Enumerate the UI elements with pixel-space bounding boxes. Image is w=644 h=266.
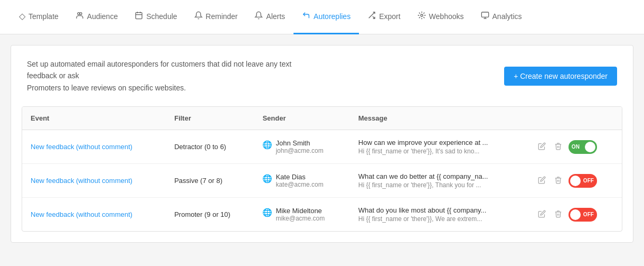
cell-sender: 🌐 Kate Dias kate@acme.com [254, 164, 349, 198]
message-preview: Hi {{ first_name or 'there'}}, It's sad … [358, 148, 519, 155]
nav-alerts[interactable]: Alerts [246, 0, 293, 34]
nav-template[interactable]: ◇ Template [11, 0, 67, 34]
nav-autoreplies-label: Autoreplies [314, 12, 351, 21]
message-preview: Hi {{ first_name or 'there'}}, Thank you… [358, 181, 519, 189]
table-row: New feedback (without comment) Passive (… [22, 164, 622, 198]
event-link[interactable]: New feedback (without comment) [31, 143, 132, 151]
event-link[interactable]: New feedback (without comment) [31, 177, 132, 185]
cell-filter: Passive (7 or 8) [166, 164, 254, 198]
col-message: Message [350, 107, 527, 130]
status-toggle[interactable]: OFF [569, 174, 597, 188]
sender-email: john@acme.com [276, 147, 323, 154]
webhooks-icon [418, 11, 426, 22]
svg-point-1 [80, 12, 82, 14]
col-event: Event [22, 107, 166, 130]
edit-icon[interactable] [536, 140, 548, 154]
message-title: What can we do better at {{ company_na..… [358, 172, 519, 180]
audience-icon [75, 11, 84, 22]
schedule-icon [135, 11, 143, 22]
nav-template-label: Template [29, 12, 59, 21]
cell-actions: OFF [527, 164, 622, 198]
toggle-label: ON [572, 144, 580, 150]
alerts-icon [254, 11, 263, 22]
cell-event: New feedback (without comment) [22, 164, 166, 198]
col-sender: Sender [254, 107, 349, 130]
cell-event: New feedback (without comment) [22, 198, 166, 232]
globe-icon: 🌐 [262, 174, 272, 184]
delete-icon[interactable] [552, 140, 564, 154]
message-preview: Hi {{ first_name or 'there'}}, We are ex… [358, 215, 519, 223]
nav-export[interactable]: Export [359, 0, 409, 34]
globe-icon: 🌐 [262, 208, 272, 217]
nav-webhooks-label: Webhooks [429, 12, 464, 21]
nav-autoreplies[interactable]: Autoreplies [293, 0, 359, 34]
delete-icon[interactable] [552, 208, 564, 222]
sender-name: John Smith [276, 139, 323, 147]
description: Set up automated email autoresponders fo… [27, 58, 323, 94]
nav-audience[interactable]: Audience [67, 0, 126, 34]
sender-email: mike@acme.com [276, 215, 325, 222]
cell-actions: OFF [527, 198, 622, 232]
nav-schedule-label: Schedule [146, 12, 177, 21]
nav-analytics-label: Analytics [493, 12, 522, 21]
toggle-label: OFF [583, 178, 594, 184]
export-icon [367, 11, 376, 22]
edit-icon[interactable] [536, 208, 548, 222]
table-body: New feedback (without comment) Detractor… [22, 130, 622, 232]
nav-analytics[interactable]: Analytics [472, 0, 531, 34]
cell-message: What can we do better at {{ company_na..… [350, 164, 527, 198]
autoreplies-icon [302, 11, 310, 22]
cell-event: New feedback (without comment) [22, 130, 166, 164]
message-title: What do you like most about {{ company..… [358, 206, 519, 214]
nav-export-label: Export [379, 12, 400, 21]
main-content: Set up automated email autoresponders fo… [11, 45, 633, 243]
reminder-icon [194, 11, 203, 22]
sender-name: Mike Mideltone [276, 207, 325, 215]
svg-rect-9 [481, 12, 488, 17]
nav-audience-label: Audience [87, 12, 118, 21]
sender-name: Kate Dias [276, 173, 323, 181]
message-title: How can we improve your experience at ..… [358, 139, 519, 146]
table-row: New feedback (without comment) Detractor… [22, 130, 622, 164]
description-line1: Set up automated email autoresponders fo… [27, 60, 291, 80]
nav-reminder[interactable]: Reminder [186, 0, 247, 34]
table-header: Event Filter Sender Message [22, 107, 622, 130]
delete-icon[interactable] [552, 174, 564, 188]
nav-webhooks[interactable]: Webhooks [409, 0, 472, 34]
status-toggle[interactable]: OFF [569, 208, 597, 222]
description-line2: Promoters to leave reviews on specific w… [27, 84, 186, 92]
analytics-icon [481, 11, 489, 22]
col-filter: Filter [166, 107, 254, 130]
nav-reminder-label: Reminder [206, 12, 238, 21]
cell-filter: Promoter (9 or 10) [166, 198, 254, 232]
col-actions [527, 107, 622, 130]
autoreplies-table-container: Event Filter Sender Message New feedback… [22, 106, 622, 232]
edit-icon[interactable] [536, 174, 548, 188]
svg-rect-2 [136, 12, 142, 19]
table-row: New feedback (without comment) Promoter … [22, 198, 622, 232]
top-navigation: ◇ Template Audience Schedule Reminder Al… [0, 0, 644, 34]
status-toggle[interactable]: ON [569, 140, 597, 154]
nav-alerts-label: Alerts [266, 12, 285, 21]
toggle-label: OFF [583, 212, 594, 217]
globe-icon: 🌐 [262, 140, 272, 150]
event-link[interactable]: New feedback (without comment) [31, 210, 132, 218]
create-autoresponder-button[interactable]: + Create new autoresponder [504, 67, 617, 86]
sender-email: kate@acme.com [276, 181, 323, 188]
cell-message: How can we improve your experience at ..… [350, 130, 527, 164]
svg-point-8 [421, 14, 423, 16]
cell-message: What do you like most about {{ company..… [350, 198, 527, 232]
cell-sender: 🌐 John Smith john@acme.com [254, 130, 349, 164]
cell-actions: ON [527, 130, 622, 164]
content-header: Set up automated email autoresponders fo… [11, 45, 633, 106]
cell-filter: Detractor (0 to 6) [166, 130, 254, 164]
nav-schedule[interactable]: Schedule [126, 0, 185, 34]
template-icon: ◇ [19, 11, 25, 21]
cell-sender: 🌐 Mike Mideltone mike@acme.com [254, 198, 349, 232]
autoreplies-table: Event Filter Sender Message New feedback… [22, 107, 622, 231]
